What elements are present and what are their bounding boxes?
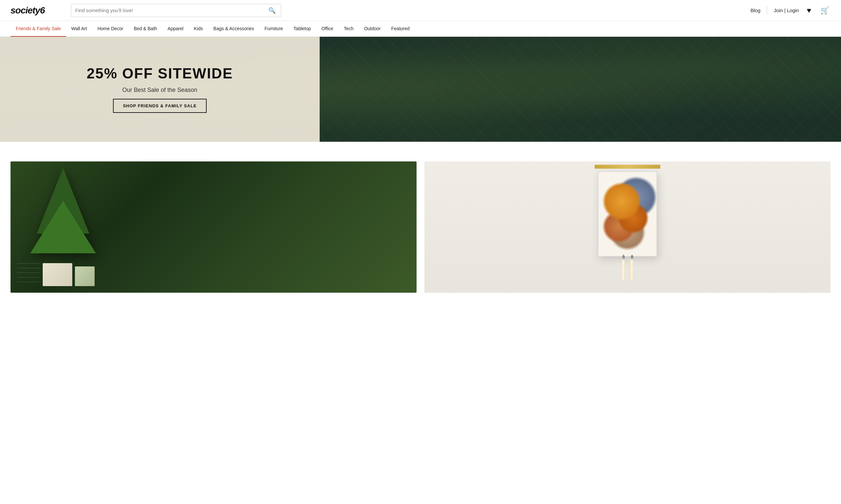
candle-1 (621, 260, 625, 280)
nav-item-tech[interactable]: Tech (339, 21, 359, 37)
nav-item-kids[interactable]: Kids (189, 21, 208, 37)
hero-banner: 25% OFF SITEWIDE Our Best Sale of the Se… (0, 37, 841, 142)
hero-center: 25% OFF SITEWIDE Our Best Sale of the Se… (0, 37, 320, 142)
nav-item-tabletop[interactable]: Tabletop (288, 21, 316, 37)
nav-item-home-decor[interactable]: Home Decor (92, 21, 129, 37)
present-2 (43, 263, 72, 286)
hero-cta-button[interactable]: SHOP FRIENDS & FAMILY SALE (113, 99, 206, 113)
nav-item-apparel[interactable]: Apparel (162, 21, 189, 37)
hero-subtitle: Our Best Sale of the Season (122, 87, 197, 93)
nav-item-bags-accessories[interactable]: Bags & Accessories (208, 21, 259, 37)
nav-item-furniture[interactable]: Furniture (259, 21, 288, 37)
lamp-icon (595, 165, 660, 169)
xmas-scene (11, 161, 416, 293)
nav-item-office[interactable]: Office (316, 21, 338, 37)
header-right: Blog Join | Login ♥ 🛒 (750, 6, 830, 15)
main-nav: Friends & Family SaleWall ArtHome DecorB… (0, 21, 841, 37)
cart-button[interactable]: 🛒 (819, 6, 830, 15)
header-divider (767, 6, 767, 15)
heart-icon: ♥ (807, 6, 811, 15)
wall-art-frame (598, 171, 657, 257)
auth-link[interactable]: Join | Login (774, 7, 799, 13)
search-button[interactable]: 🔍 (267, 7, 277, 14)
present-1 (17, 260, 40, 286)
tree-icon (37, 168, 89, 234)
nav-item-friends-family[interactable]: Friends & Family Sale (11, 21, 66, 37)
hero-background: 25% OFF SITEWIDE Our Best Sale of the Se… (0, 37, 841, 142)
wishlist-button[interactable]: ♥ (806, 6, 812, 15)
product-card-art[interactable] (425, 161, 830, 293)
art-scene (425, 161, 830, 293)
search-bar: 🔍 (71, 4, 281, 17)
nav-item-featured[interactable]: Featured (386, 21, 415, 37)
nav-item-wall-art[interactable]: Wall Art (66, 21, 92, 37)
blog-link[interactable]: Blog (750, 7, 760, 13)
search-icon: 🔍 (269, 7, 276, 14)
nav-item-outdoor[interactable]: Outdoor (359, 21, 386, 37)
search-input[interactable] (75, 7, 267, 13)
cart-icon: 🛒 (820, 6, 829, 15)
presents-group (11, 240, 416, 293)
product-grid (11, 161, 830, 293)
site-logo[interactable]: society6 (11, 5, 63, 16)
art-print (599, 172, 656, 256)
product-card-holiday[interactable] (11, 161, 416, 293)
candle-2 (630, 260, 633, 280)
candles-group (621, 260, 633, 280)
present-3 (75, 267, 95, 286)
hero-title: 25% OFF SITEWIDE (87, 66, 233, 82)
site-header: society6 🔍 Blog Join | Login ♥ 🛒 (0, 0, 841, 21)
product-section (0, 142, 841, 293)
nav-item-bed-bath[interactable]: Bed & Bath (128, 21, 162, 37)
